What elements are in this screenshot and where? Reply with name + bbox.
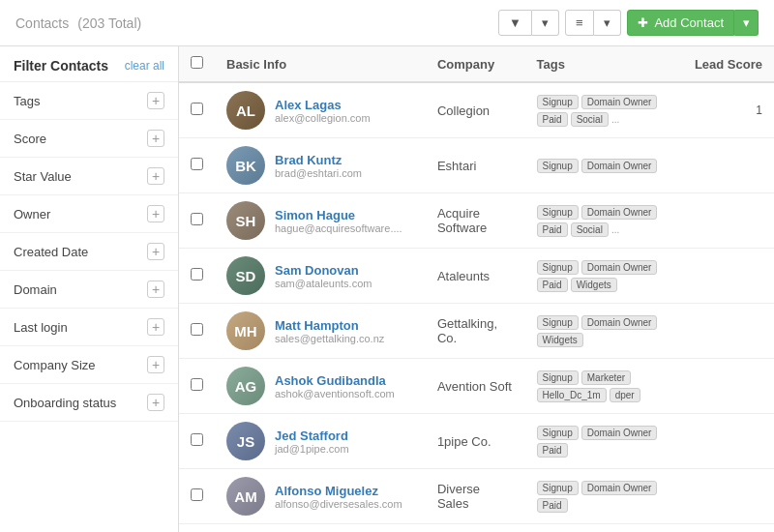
tag[interactable]: Domain Owner <box>581 159 658 173</box>
table-row: BK Brad Kuntz brad@eshtari.com Eshtari S… <box>179 138 774 193</box>
tag[interactable]: Signup <box>537 159 579 173</box>
basic-info-cell: SD Sam Donovan sam@ataleunts.com <box>215 249 426 304</box>
tag[interactable]: Domain Owner <box>581 481 658 495</box>
filter-item-score[interactable]: Score + <box>0 120 178 158</box>
contact-email: sales@gettalking.co.nz <box>275 333 384 344</box>
filter-add-star-value[interactable]: + <box>147 167 164 185</box>
tag[interactable]: Signup <box>537 315 579 330</box>
avatar: AG <box>226 367 265 405</box>
select-all-checkbox[interactable] <box>191 56 203 69</box>
contact-name[interactable]: Sam Donovan <box>275 263 372 278</box>
filter-item-tags[interactable]: Tags + <box>0 82 178 120</box>
row-checkbox[interactable] <box>191 268 203 281</box>
company-col: Company <box>426 46 525 82</box>
tag[interactable]: Paid <box>537 112 568 127</box>
filter-icon: ▼ <box>509 15 521 30</box>
filter-add-domain[interactable]: + <box>147 281 164 298</box>
filter-item-company-size[interactable]: Company Size + <box>0 346 178 384</box>
row-checkbox[interactable] <box>191 213 203 225</box>
contact-email: jad@1pipe.com <box>275 443 349 455</box>
contact-count: (203 Total) <box>77 15 141 31</box>
tag[interactable]: Domain Owner <box>581 95 658 109</box>
filter-add-tags[interactable]: + <box>147 92 164 109</box>
contact-name[interactable]: Matt Hampton <box>275 318 384 333</box>
tag[interactable]: Paid <box>537 222 568 237</box>
contact-email: alex@collegion.com <box>275 112 371 124</box>
list-dropdown-button[interactable]: ▾ <box>594 10 621 36</box>
filter-items-list: Tags + Score + Star Value + Owner + Crea… <box>0 82 178 422</box>
contact-name[interactable]: Alex Lagas <box>275 98 371 112</box>
filter-button[interactable]: ▼ <box>498 10 532 36</box>
contact-name[interactable]: Brad Kuntz <box>275 153 362 167</box>
contact-name[interactable]: Simon Hague <box>275 208 402 222</box>
company-cell: 1pipe Co. <box>426 414 525 469</box>
filter-item-star-value[interactable]: Star Value + <box>0 158 178 195</box>
tag[interactable]: Signup <box>537 205 579 220</box>
tag[interactable]: Signup <box>537 481 579 495</box>
tag[interactable]: Paid <box>537 278 568 292</box>
contacts-tbody: AL Alex Lagas alex@collegion.com Collegi… <box>179 82 774 532</box>
title-text: Contacts <box>15 15 69 31</box>
contact-name[interactable]: Ashok Gudibandla <box>275 373 395 388</box>
tag[interactable]: Signup <box>537 95 579 109</box>
tag[interactable]: Signup <box>537 260 579 275</box>
filter-add-created-date[interactable]: + <box>147 243 164 260</box>
filter-add-company-size[interactable]: + <box>147 356 164 373</box>
contact-text: Alex Lagas alex@collegion.com <box>275 98 371 124</box>
filter-add-last-login[interactable]: + <box>147 318 164 336</box>
tag[interactable]: Social <box>571 222 609 237</box>
tag[interactable]: Domain Owner <box>581 205 658 220</box>
tag[interactable]: Domain Owner <box>581 315 658 330</box>
add-contact-button[interactable]: ✚ Add Contact <box>627 10 734 36</box>
tag[interactable]: Domain Owner <box>581 426 658 440</box>
lead-score-col: Lead Score <box>683 46 774 82</box>
lead-score-cell <box>683 193 774 249</box>
filter-item-owner[interactable]: Owner + <box>0 195 178 233</box>
row-checkbox[interactable] <box>191 158 203 170</box>
avatar: BK <box>226 146 265 185</box>
filter-item-last-login[interactable]: Last login + <box>0 309 178 346</box>
tag[interactable]: Social <box>571 112 609 127</box>
add-contact-dropdown[interactable]: ▾ <box>734 10 759 36</box>
header: Contacts (203 Total) ▼ ▾ ≡ ▾ ✚ Add Conta… <box>0 0 774 46</box>
filter-item-created-date[interactable]: Created Date + <box>0 233 178 271</box>
contact-email: alfonso@diversesales.com <box>275 498 402 510</box>
avatar: JS <box>226 422 265 460</box>
filter-item-domain[interactable]: Domain + <box>0 271 178 309</box>
tag[interactable]: Marketer <box>581 370 631 385</box>
tag[interactable]: Hello_Dc_1m <box>537 388 607 402</box>
row-checkbox-cell <box>179 524 215 533</box>
contact-name[interactable]: Alfonso Miguelez <box>275 484 402 498</box>
contact-info: MH Matt Hampton sales@gettalking.co.nz <box>226 311 414 350</box>
add-contact-label: Add Contact <box>654 15 724 30</box>
tag[interactable]: Paid <box>537 498 568 513</box>
tag[interactable]: dper <box>610 388 640 402</box>
tag[interactable]: Paid <box>537 443 568 458</box>
tag[interactable]: Signup <box>537 426 579 440</box>
tag[interactable]: Signup <box>537 370 579 385</box>
list-view-button[interactable]: ≡ <box>565 10 594 36</box>
row-checkbox[interactable] <box>191 323 203 336</box>
basic-info-cell: AL Alex Lagas alex@collegion.com <box>215 82 426 138</box>
avatar: SD <box>226 256 265 295</box>
plus-icon: ✚ <box>638 15 648 30</box>
filter-add-score[interactable]: + <box>147 130 164 147</box>
row-checkbox[interactable] <box>191 103 203 115</box>
row-checkbox[interactable] <box>191 488 203 501</box>
clear-all-link[interactable]: clear all <box>125 59 164 73</box>
row-checkbox[interactable] <box>191 433 203 446</box>
lead-score-cell: 1 <box>683 82 774 138</box>
filter-add-owner[interactable]: + <box>147 205 164 222</box>
contact-info: AM Alfonso Miguelez alfonso@diversesales… <box>226 477 414 516</box>
tag[interactable]: Domain Owner <box>581 260 658 275</box>
row-checkbox[interactable] <box>191 378 203 391</box>
tag[interactable]: Widgets <box>571 278 617 292</box>
filter-item-onboarding-status[interactable]: Onboarding status + <box>0 384 178 422</box>
contact-name[interactable]: Jed Stafford <box>275 429 349 443</box>
tag[interactable]: Widgets <box>537 333 583 347</box>
filter-dropdown-button[interactable]: ▾ <box>532 10 559 36</box>
table-row: MC Manohar Chapalamadugu manohar@agilecr… <box>179 524 774 533</box>
chevron-down-icon: ▾ <box>542 15 549 30</box>
row-checkbox-cell <box>179 304 215 359</box>
filter-add-onboarding-status[interactable]: + <box>147 394 164 411</box>
